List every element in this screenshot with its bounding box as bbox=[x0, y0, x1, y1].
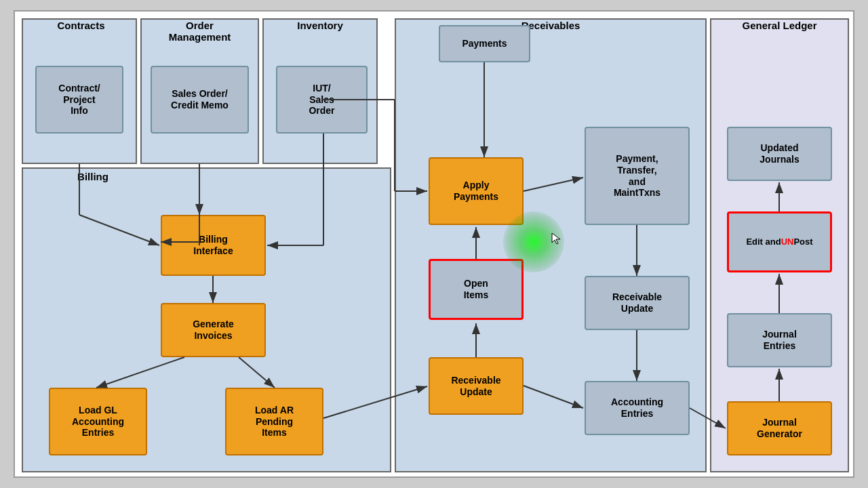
accounting-entries-box: AccountingEntries bbox=[585, 381, 690, 435]
billing-title: Billing bbox=[25, 171, 161, 182]
order-title: OrderManagement bbox=[144, 20, 256, 43]
contract-project-box: Contract/ProjectInfo bbox=[35, 66, 123, 134]
load-ar-box: Load ARPendingItems bbox=[225, 388, 323, 455]
journal-generator-box: JournalGenerator bbox=[727, 401, 832, 455]
edit-unpost-box: Edit and UNPost bbox=[727, 211, 832, 272]
gl-title: General Ledger bbox=[713, 20, 846, 31]
billing-interface-box: BillingInterface bbox=[161, 215, 266, 276]
receivable-update-right-box: ReceivableUpdate bbox=[585, 276, 690, 330]
journal-entries-box: JournalEntries bbox=[727, 313, 832, 367]
inventory-title: Inventory bbox=[266, 20, 374, 31]
un-text: UN bbox=[781, 237, 794, 247]
updated-journals-box: UpdatedJournals bbox=[727, 127, 832, 181]
open-items-box: OpenItems bbox=[429, 259, 524, 320]
payments-box: Payments bbox=[439, 25, 530, 62]
payment-transfer-box: Payment,Transfer,andMaintTxns bbox=[585, 127, 690, 225]
apply-payments-box: ApplyPayments bbox=[429, 157, 524, 225]
diagram: Contracts OrderManagement Inventory Bill… bbox=[14, 10, 854, 478]
load-gl-box: Load GLAccountingEntries bbox=[49, 388, 147, 455]
generate-invoices-box: GenerateInvoices bbox=[161, 303, 266, 357]
contracts-title: Contracts bbox=[25, 20, 137, 31]
receivable-update-center-box: ReceivableUpdate bbox=[429, 357, 524, 415]
iut-sales-box: IUT/SalesOrder bbox=[276, 66, 368, 134]
sales-order-box: Sales Order/Credit Memo bbox=[151, 66, 249, 134]
